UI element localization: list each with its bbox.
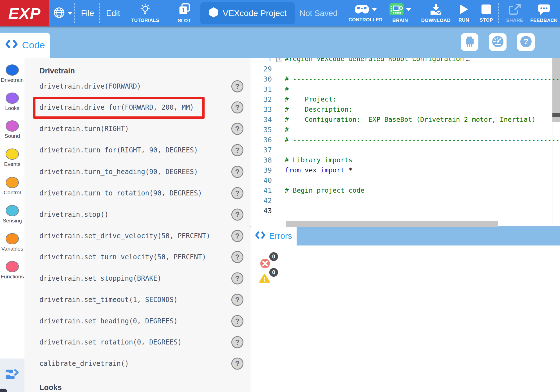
editor-line[interactable]: 37 — [250, 145, 560, 155]
command-text[interactable]: drivetrain.turn_to_rotation(90, DEGREES) — [39, 189, 202, 197]
command-row[interactable]: calibrate_drivetrain()? — [24, 353, 250, 374]
category-circle[interactable] — [6, 120, 19, 132]
category-circle[interactable] — [6, 64, 19, 76]
editor-line[interactable]: 30# ------------------------------------… — [250, 74, 560, 84]
editor-line[interactable]: 33# Description: — [250, 104, 560, 114]
editor-line[interactable]: 1+#region VEXcode Generated Robot Config… — [250, 58, 560, 64]
command-help-button[interactable]: ? — [231, 230, 243, 242]
sidebar-item-sound[interactable]: Sound — [0, 120, 24, 139]
command-row[interactable]: drivetrain.stop()? — [24, 204, 250, 225]
command-row[interactable]: drivetrain.set_timeout(1, SECONDS)? — [24, 289, 250, 310]
feedback-button[interactable]: FEEDBACK — [528, 0, 559, 26]
command-row[interactable]: drivetrain.set_rotation(0, DEGREES)? — [24, 332, 250, 353]
command-text[interactable]: drivetrain.set_rotation(0, DEGREES) — [39, 338, 182, 346]
command-row[interactable]: drivetrain.turn(RIGHT)? — [24, 118, 250, 139]
tab-code[interactable]: Code — [0, 33, 50, 58]
line-number: 43 — [250, 207, 276, 215]
command-text[interactable]: drivetrain.set_turn_velocity(50, PERCENT… — [39, 253, 206, 261]
collapsed-region-icon[interactable]: … — [466, 58, 470, 63]
sidebar-item-sensing[interactable]: Sensing — [0, 205, 24, 224]
command-help-button[interactable]: ? — [231, 144, 243, 156]
controller-button[interactable]: CONTROLLER — [347, 0, 384, 26]
command-text[interactable]: drivetrain.set_timeout(1, SECONDS) — [39, 296, 178, 304]
editor-line[interactable]: 34# Configuration: EXP BaseBot (Drivetra… — [250, 114, 560, 125]
command-help-button[interactable]: ? — [231, 187, 243, 199]
language-select[interactable] — [51, 0, 74, 26]
brain-button[interactable]: BRAIN — [386, 0, 414, 26]
command-help-button[interactable]: ? — [231, 80, 243, 92]
command-help-button[interactable]: ? — [231, 101, 243, 113]
command-help-button[interactable]: ? — [231, 166, 243, 178]
menu-edit[interactable]: Edit — [104, 0, 122, 26]
sidebar-item-control[interactable]: Control — [0, 177, 24, 196]
editor-line[interactable]: 42 — [250, 195, 560, 206]
tutorials-button[interactable]: TUTORIALS — [128, 0, 162, 26]
code-editor[interactable]: 1+#region VEXcode Generated Robot Config… — [250, 58, 560, 226]
editor-line[interactable]: 29 — [250, 64, 560, 74]
command-text[interactable]: calibrate_drivetrain() — [39, 360, 129, 368]
stop-button[interactable]: STOP — [476, 0, 497, 26]
command-help-button[interactable]: ? — [231, 272, 243, 284]
editor-line[interactable]: 43 — [250, 206, 560, 216]
line-number: 40 — [250, 176, 276, 184]
category-label: Looks — [0, 105, 24, 111]
editor-line[interactable]: 39from vex import * — [250, 165, 560, 175]
menu-file[interactable]: File — [78, 0, 97, 26]
command-text[interactable]: drivetrain.turn_for(RIGHT, 90, DEGREES) — [39, 146, 198, 154]
command-text[interactable]: drivetrain.drive(FORWARD) — [39, 82, 141, 90]
command-row[interactable]: drivetrain.set_turn_velocity(50, PERCENT… — [24, 246, 250, 267]
category-circle[interactable] — [6, 93, 19, 104]
command-text[interactable]: drivetrain.turn(RIGHT) — [39, 125, 129, 133]
sidebar-item-functions[interactable]: Functions — [0, 261, 24, 280]
command-row[interactable]: drivetrain.drive(FORWARD)? — [24, 76, 250, 97]
fold-expand-icon[interactable]: + — [276, 58, 282, 62]
blocks-toggle-button[interactable] — [0, 359, 24, 392]
command-row[interactable]: drivetrain.set_drive_velocity(50, PERCEN… — [24, 225, 250, 246]
slot-button[interactable]: 1 SLOT — [171, 0, 198, 26]
command-help-button[interactable]: ? — [231, 336, 243, 348]
project-name-button[interactable]: VEXcode Project — [200, 2, 295, 24]
command-help-button[interactable]: ? — [231, 208, 243, 220]
run-button[interactable]: RUN — [454, 0, 474, 26]
command-row[interactable]: drivetrain.turn_to_heading(90, DEGREES)? — [24, 161, 250, 182]
command-row[interactable]: drivetrain.turn_to_rotation(90, DEGREES)… — [24, 183, 250, 204]
category-circle[interactable] — [6, 261, 19, 272]
command-help-button[interactable]: ? — [231, 294, 243, 306]
command-help-button[interactable]: ? — [231, 123, 243, 135]
command-help-button[interactable]: ? — [231, 315, 243, 327]
editor-line[interactable]: 38# Library imports — [250, 155, 560, 165]
editor-line[interactable]: 41# Begin project code — [250, 185, 560, 195]
category-circle[interactable] — [6, 205, 19, 216]
tab-errors[interactable]: Errors — [250, 226, 297, 246]
editor-line[interactable]: 40 — [250, 175, 560, 185]
command-help-button[interactable]: ? — [231, 251, 243, 263]
sidebar-item-variables[interactable]: Variables — [0, 233, 24, 252]
dashboard-button[interactable] — [489, 33, 507, 51]
help-button[interactable]: ? — [517, 33, 535, 51]
category-circle[interactable] — [6, 148, 19, 160]
command-text[interactable]: drivetrain.set_stopping(BRAKE) — [39, 274, 161, 282]
editor-line[interactable]: 32# Project: — [250, 94, 560, 104]
blocks-convert-icon — [5, 369, 20, 382]
sidebar-item-events[interactable]: Events — [0, 148, 24, 167]
device-info-button[interactable] — [461, 33, 478, 51]
sidebar-item-drivetrain[interactable]: Drivetrain — [0, 64, 24, 83]
command-text[interactable]: drivetrain.turn_to_heading(90, DEGREES) — [39, 168, 198, 176]
editor-line[interactable]: 36# ------------------------------------… — [250, 135, 560, 145]
command-row[interactable]: drivetrain.set_stopping(BRAKE)? — [24, 268, 250, 289]
command-row[interactable]: drivetrain.set_heading(0, DEGREES)? — [24, 310, 250, 332]
editor-line[interactable]: 31# — [250, 84, 560, 94]
sidebar-item-looks[interactable]: Looks — [0, 93, 24, 111]
category-circle[interactable] — [6, 233, 19, 244]
category-circle[interactable] — [6, 177, 19, 188]
horizontal-scrollbar-thumb[interactable] — [286, 221, 498, 227]
share-button[interactable]: SHARE — [502, 0, 527, 26]
command-help-button[interactable]: ? — [231, 357, 243, 370]
command-text[interactable]: drivetrain.set_heading(0, DEGREES) — [39, 317, 178, 325]
command-text[interactable]: drivetrain.stop() — [39, 211, 109, 218]
download-button[interactable]: DOWNLOAD — [420, 0, 452, 26]
line-number: 39 — [250, 166, 276, 174]
command-row[interactable]: drivetrain.turn_for(RIGHT, 90, DEGREES)? — [24, 139, 250, 161]
editor-line[interactable]: 35# — [250, 125, 560, 135]
command-text[interactable]: drivetrain.set_drive_velocity(50, PERCEN… — [39, 232, 210, 240]
